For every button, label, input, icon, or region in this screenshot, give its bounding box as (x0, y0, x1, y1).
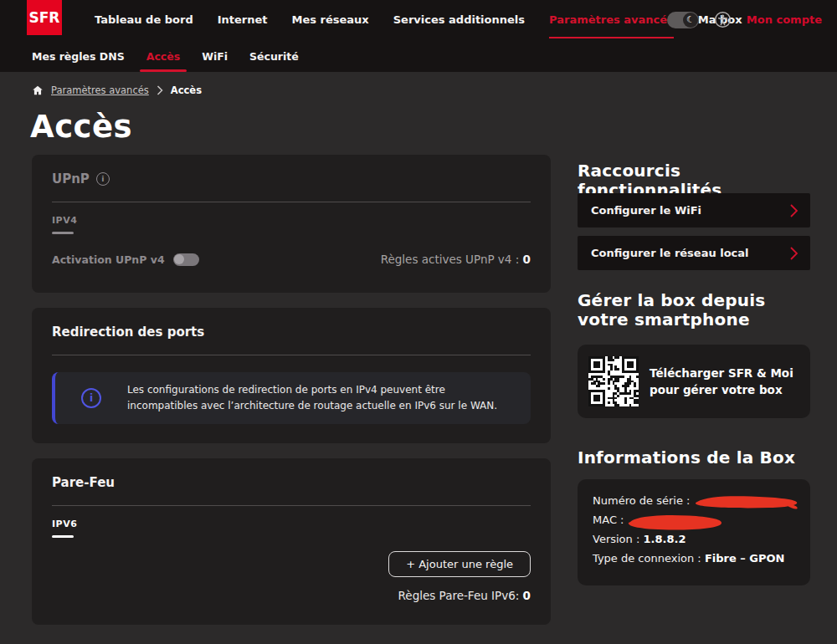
firewall-rules-count: 0 (523, 589, 531, 602)
nav-item-tableau-de-bord[interactable]: Tableau de bord (95, 13, 193, 26)
topbar-right: ☾ Mon compte (667, 0, 822, 39)
dark-mode-toggle[interactable]: ☾ (667, 12, 699, 28)
upnp-rules-label: Règles actives UPnP v4 : (381, 253, 520, 266)
port-forwarding-title: Redirection des ports (52, 325, 204, 340)
firewall-rules-label: Règles Pare-Feu IPv6: (398, 589, 520, 602)
subnav-item-acces[interactable]: Accès (146, 50, 180, 72)
qr-code (588, 356, 639, 406)
nav-item-services-additionnels[interactable]: Services additionnels (393, 13, 525, 26)
sfr-logo[interactable]: SFR (27, 0, 62, 35)
redaction-scribble (692, 494, 799, 511)
breadcrumb-parent-link[interactable]: Paramètres avancés (51, 84, 149, 96)
sfr-moi-app-card: Télécharger SFR & Moi pour gérer votre b… (578, 345, 810, 418)
info-icon[interactable]: i (96, 172, 110, 186)
add-rule-button[interactable]: + Ajouter une règle (388, 551, 531, 577)
ipv4-compatibility-alert: i Les configurations de redirection de p… (52, 372, 531, 424)
chevron-right-icon (789, 203, 798, 218)
divider (52, 505, 531, 506)
info-icon-glyph: i (81, 388, 101, 408)
version-label: Version : (593, 533, 639, 545)
firewall-rules-count-line: Règles Pare-Feu IPv6: 0 (52, 589, 531, 602)
sub-nav: Mes règles DNS Accès WiFi Sécurité (32, 50, 299, 72)
chevron-right-icon (157, 85, 163, 95)
version-value: 1.8.8.2 (643, 533, 686, 545)
tab-ipv4-label: IPV4 (52, 215, 77, 226)
configure-lan-label: Configurer le réseau local (591, 247, 749, 259)
moon-icon: ☾ (686, 15, 695, 24)
alert-message: Les configurations de redirection de por… (127, 382, 521, 413)
info-icon: i (55, 388, 127, 408)
accessibility-icon[interactable] (713, 10, 732, 29)
top-navigation-bar: SFR Tableau de bord Internet Mes réseaux… (0, 0, 837, 72)
toggle-knob (174, 254, 184, 264)
breadcrumb-current: Accès (171, 84, 202, 96)
tab-active-bar (52, 232, 74, 234)
box-info-card: Numéro de série : MAC : Version : 1.8.8.… (578, 479, 810, 585)
divider (52, 355, 531, 355)
toggle-knob: ☾ (683, 13, 698, 28)
nav-item-parametres-avances[interactable]: Paramètres avancés (549, 13, 674, 26)
subnav-item-wifi[interactable]: WiFi (202, 50, 228, 72)
firewall-title: Pare-Feu (52, 475, 115, 490)
upnp-card: UPnP i IPV4 Activation UPnP v4 Règles ac… (32, 155, 551, 293)
sfr-box-admin-page: SFR Tableau de bord Internet Mes réseaux… (0, 0, 837, 644)
configure-wifi-label: Configurer le WiFi (591, 204, 701, 217)
divider (52, 202, 531, 202)
box-info-heading: Informations de la Box (578, 448, 816, 468)
upnp-toggle-label: Activation UPnP v4 (52, 253, 165, 266)
page-title: Accès (30, 109, 132, 145)
configure-lan-button[interactable]: Configurer le réseau local (578, 236, 810, 270)
main-nav: Tableau de bord Internet Mes réseaux Ser… (95, 0, 742, 39)
subnav-item-securite[interactable]: Sécurité (249, 50, 299, 72)
firewall-card: Pare-Feu IPV6 + Ajouter une règle Règles… (32, 458, 551, 625)
port-forwarding-card: Redirection des ports i Les configuratio… (32, 308, 551, 443)
home-icon[interactable] (32, 84, 44, 96)
connection-type-value: Fibre – GPON (705, 552, 785, 565)
nav-item-mes-reseaux[interactable]: Mes réseaux (292, 13, 369, 26)
breadcrumb: Paramètres avancés Accès (32, 84, 202, 96)
smartphone-heading: Gérer la box depuis votre smartphone (578, 291, 816, 330)
version-row: Version : 1.8.8.2 (593, 529, 795, 549)
tab-ipv6[interactable]: IPV6 (52, 519, 77, 538)
nav-item-internet[interactable]: Internet (218, 13, 268, 26)
subnav-item-mes-regles-dns[interactable]: Mes règles DNS (32, 50, 125, 72)
qr-card-label: Télécharger SFR & Moi pour gérer votre b… (650, 365, 799, 399)
account-link[interactable]: Mon compte (747, 13, 822, 26)
chevron-right-icon (789, 246, 798, 261)
upnp-rules-count-line: Règles actives UPnP v4 : 0 (381, 253, 531, 266)
upnp-v4-toggle[interactable] (173, 253, 199, 266)
tab-ipv4[interactable]: IPV4 (52, 215, 77, 234)
mac-address-row: MAC : (593, 510, 795, 529)
tab-ipv6-label: IPV6 (52, 519, 77, 529)
upnp-card-title: UPnP (52, 171, 90, 187)
upnp-rules-count: 0 (523, 253, 531, 266)
configure-wifi-button[interactable]: Configurer le WiFi (578, 193, 810, 227)
serial-number-label: Numéro de série : (593, 494, 690, 507)
connection-type-row: Type de connexion : Fibre – GPON (593, 549, 795, 568)
connection-type-label: Type de connexion : (593, 552, 701, 565)
mac-address-label: MAC : (593, 514, 624, 526)
serial-number-row: Numéro de série : (593, 491, 795, 510)
tab-active-bar (52, 535, 74, 538)
